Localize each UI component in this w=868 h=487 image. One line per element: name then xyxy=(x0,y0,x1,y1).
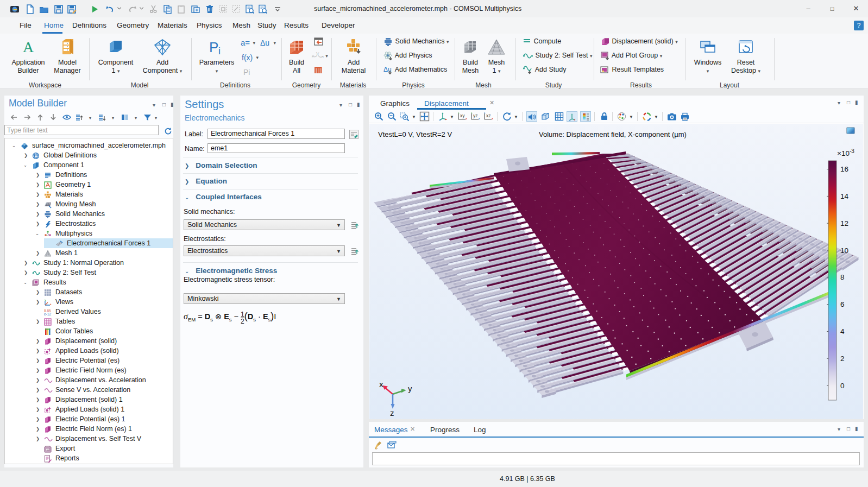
svg-text:x: x xyxy=(379,380,383,389)
svg-text:y: y xyxy=(408,384,412,393)
svg-text:f(x): f(x) xyxy=(242,53,253,62)
svg-text:e-12: e-12 xyxy=(44,312,51,316)
svg-text:yz: yz xyxy=(473,113,478,118)
svg-text:Pi: Pi xyxy=(243,68,250,77)
svg-text:P: P xyxy=(209,39,218,55)
svg-text:0: 0 xyxy=(840,382,845,390)
svg-text:xz: xz xyxy=(486,113,491,118)
svg-text:12: 12 xyxy=(840,219,848,227)
svg-text:xy: xy xyxy=(460,113,465,118)
svg-text:6: 6 xyxy=(840,300,845,308)
svg-text:z: z xyxy=(390,408,394,418)
svg-text:10: 10 xyxy=(840,246,848,255)
svg-text:14: 14 xyxy=(840,192,849,200)
svg-text:Δu: Δu xyxy=(260,39,269,47)
svg-text:8: 8 xyxy=(840,273,845,281)
svg-text:4: 4 xyxy=(840,327,845,336)
svg-text:a=: a= xyxy=(241,39,250,47)
svg-text:16: 16 xyxy=(840,165,848,173)
svg-text:2: 2 xyxy=(840,355,845,363)
svg-text:×10-3: ×10-3 xyxy=(837,148,854,157)
svg-text:A: A xyxy=(23,39,34,55)
svg-text:i: i xyxy=(218,46,221,56)
